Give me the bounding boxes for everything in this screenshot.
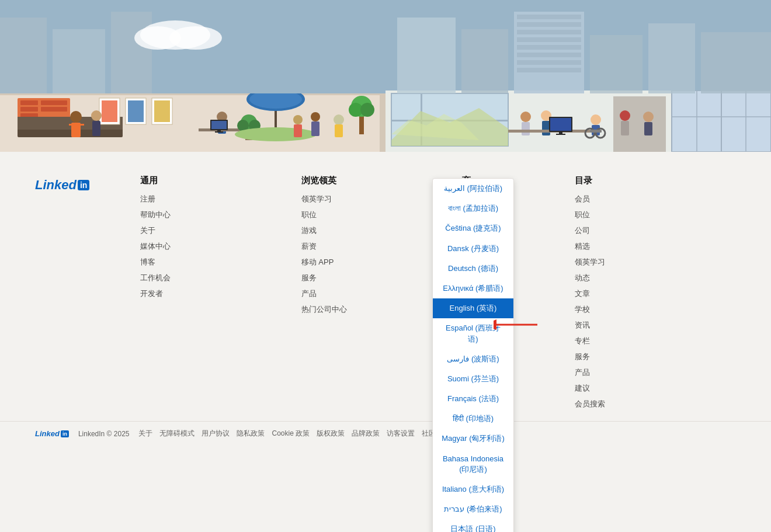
- svg-rect-104: [111, 12, 152, 93]
- footer-link[interactable]: 热门公司中心: [301, 305, 347, 314]
- svg-point-23: [70, 111, 82, 123]
- footer-link[interactable]: 帮助中心: [140, 210, 171, 219]
- svg-rect-103: [53, 29, 105, 93]
- footer-link[interactable]: 建议: [575, 384, 590, 392]
- svg-rect-14: [41, 107, 67, 112]
- svg-rect-15: [18, 128, 123, 137]
- footer-link[interactable]: 产品: [575, 368, 590, 377]
- svg-rect-98: [590, 35, 642, 93]
- footer-col-directory-links: 会员职位公司精选领英学习动态文章学校资讯专栏服务产品建议会员搜索: [575, 193, 736, 409]
- svg-rect-34: [217, 130, 221, 131]
- svg-rect-94: [517, 45, 581, 50]
- language-option[interactable]: Bahasa Indonesia (印尼语): [433, 449, 513, 479]
- svg-point-46: [311, 112, 320, 121]
- language-option[interactable]: فارسی (波斯语): [433, 349, 513, 369]
- svg-point-70: [591, 114, 601, 125]
- footer-link[interactable]: 注册: [140, 194, 155, 203]
- language-option[interactable]: বাংলা (孟加拉语): [433, 199, 513, 218]
- dropdown-scroll-area[interactable]: العربية (阿拉伯语)বাংলা (孟加拉语)Čeština (捷克语)D…: [433, 179, 513, 532]
- footer-link[interactable]: 开发者: [140, 289, 163, 298]
- footer-link[interactable]: 游戏: [301, 226, 317, 235]
- footer-col-directory: 目录 会员职位公司精选领英学习动态文章学校资讯专栏服务产品建议会员搜索: [575, 175, 736, 409]
- footer-bottom-link[interactable]: Cookie 政策: [272, 429, 310, 439]
- footer-link[interactable]: 文章: [575, 289, 590, 298]
- svg-rect-74: [590, 130, 602, 133]
- language-option[interactable]: Magyar (匈牙利语): [433, 429, 513, 448]
- footer-link[interactable]: 关于: [140, 226, 155, 235]
- language-option[interactable]: Français (法语): [433, 389, 513, 409]
- footer-bottom-link[interactable]: 用户协议: [202, 429, 230, 439]
- svg-point-61: [520, 112, 531, 122]
- footer-link[interactable]: 会员搜索: [575, 399, 605, 408]
- svg-point-48: [334, 114, 344, 125]
- footer-link[interactable]: 媒体中心: [140, 242, 171, 251]
- language-option[interactable]: English (英语): [433, 298, 513, 318]
- footer-logo-column: Linked in: [35, 175, 140, 409]
- svg-rect-54: [380, 91, 386, 152]
- footer-bottom-logo: Linked in: [35, 429, 69, 438]
- svg-rect-85: [613, 96, 666, 152]
- language-option[interactable]: العربية (阿拉伯语): [433, 179, 513, 199]
- language-option[interactable]: Deutsch (德语): [433, 259, 513, 279]
- language-option[interactable]: Italiano (意大利语): [433, 479, 513, 499]
- svg-rect-26: [79, 124, 84, 126]
- footer-link[interactable]: 服务: [301, 273, 317, 282]
- footer-link[interactable]: 领英学习: [575, 258, 605, 266]
- footer-link[interactable]: 薪资: [301, 242, 317, 251]
- svg-rect-10: [20, 100, 38, 105]
- footer-bottom-links: 关于无障碍模式用户协议隐私政策Cookie 政策版权政策品牌政策访客设置社区准则: [138, 429, 450, 439]
- svg-rect-18: [102, 100, 117, 122]
- footer-link[interactable]: 服务: [575, 352, 590, 361]
- svg-rect-97: [517, 68, 581, 72]
- footer-link[interactable]: 学校: [575, 305, 590, 314]
- footer-col-general-title: 通用: [140, 175, 301, 186]
- svg-rect-67: [550, 118, 571, 131]
- language-option[interactable]: עברית (希伯来语): [433, 499, 513, 519]
- svg-rect-95: [517, 53, 581, 57]
- footer-link[interactable]: 动态: [575, 273, 590, 282]
- footer-bottom-wordmark: Linked: [35, 429, 60, 438]
- svg-rect-35: [215, 131, 223, 133]
- linkedin-in-badge: in: [78, 180, 89, 190]
- svg-rect-22: [154, 100, 170, 122]
- language-option[interactable]: 日本語 (日语): [433, 519, 513, 532]
- linkedin-logo: Linked in: [35, 178, 140, 193]
- footer-bottom-link[interactable]: 访客设置: [387, 429, 415, 439]
- language-option[interactable]: Ελληνικά (希腊语): [433, 279, 513, 298]
- svg-rect-99: [648, 23, 695, 93]
- svg-rect-62: [522, 122, 530, 135]
- svg-rect-45: [294, 124, 302, 137]
- svg-rect-64: [542, 121, 550, 135]
- footer-link[interactable]: 资讯: [575, 321, 590, 329]
- svg-rect-93: [517, 37, 581, 42]
- language-option[interactable]: Español (西班牙语): [433, 318, 513, 349]
- footer-link[interactable]: 领英学习: [301, 194, 332, 203]
- svg-point-107: [169, 26, 222, 50]
- svg-rect-88: [461, 29, 508, 93]
- svg-rect-91: [517, 22, 581, 27]
- footer-link[interactable]: 工作机会: [140, 273, 171, 282]
- footer-link[interactable]: 会员: [575, 194, 590, 203]
- language-dropdown[interactable]: العربية (阿拉伯语)বাংলা (孟加拉语)Čeština (捷克语)D…: [432, 178, 514, 532]
- footer-link[interactable]: 产品: [301, 289, 317, 298]
- svg-point-27: [91, 110, 102, 121]
- footer-link[interactable]: 专栏: [575, 336, 590, 345]
- language-option[interactable]: हिंदी (印地语): [433, 409, 513, 429]
- svg-rect-92: [517, 30, 581, 34]
- footer-bottom-link[interactable]: 版权政策: [317, 429, 345, 439]
- footer-link[interactable]: 移动 APP: [301, 258, 334, 266]
- footer-link[interactable]: 职位: [575, 210, 590, 219]
- footer-link[interactable]: 职位: [301, 210, 317, 219]
- footer-bottom-link[interactable]: 隐私政策: [237, 429, 265, 439]
- language-option[interactable]: Dansk (丹麦语): [433, 239, 513, 259]
- svg-rect-47: [311, 121, 319, 136]
- footer-link[interactable]: 精选: [575, 242, 590, 251]
- svg-rect-96: [517, 60, 581, 65]
- language-option[interactable]: Suomi (芬兰语): [433, 369, 513, 389]
- footer-bottom-link[interactable]: 关于: [138, 429, 152, 439]
- footer-link[interactable]: 公司: [575, 226, 590, 235]
- language-option[interactable]: Čeština (捷克语): [433, 218, 513, 238]
- footer-link[interactable]: 博客: [140, 258, 155, 266]
- footer-bottom-link[interactable]: 无障碍模式: [159, 429, 195, 439]
- footer-bottom-link[interactable]: 品牌政策: [352, 429, 380, 439]
